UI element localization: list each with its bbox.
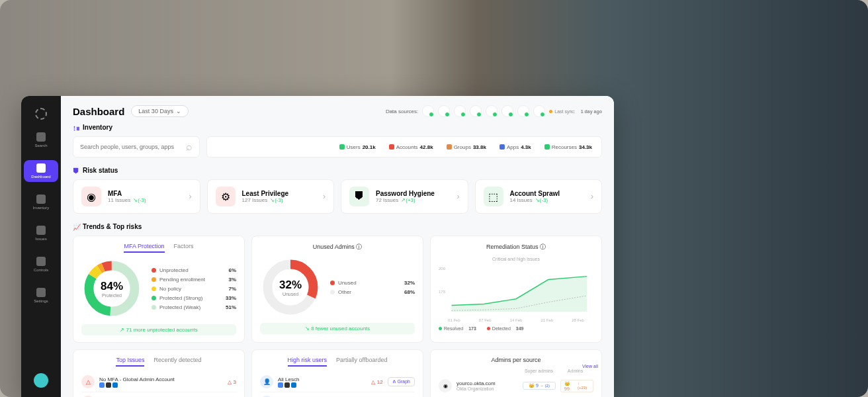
chevron-down-icon: ⌄ (176, 108, 181, 114)
tab-partially-offboarded[interactable]: Partially offboarded (336, 357, 387, 367)
trend-icon: 📈 (73, 224, 79, 230)
dashboard-window: Search Dashboard Inventory Issues Contro… (21, 96, 614, 397)
inventory-icon (36, 195, 46, 204)
page-title: Dashboard (73, 106, 124, 117)
super-admin-count: 👑 9 → (2) (523, 382, 556, 390)
stat-users: Users 20.1k (339, 144, 376, 150)
source-github-icon[interactable] (486, 105, 498, 117)
search-icon: ⌕ (186, 141, 193, 153)
issues-icon (36, 226, 46, 235)
user-avatar-icon: 👤 (260, 375, 273, 388)
risk-icon: ⬚ (484, 187, 503, 206)
dashboard-icon (36, 163, 46, 173)
risk-icon: ⚙ (216, 187, 236, 206)
stat-accounts: Accounts 42.8k (389, 144, 433, 150)
legend-item: Unprotected6% (152, 267, 236, 273)
tab-top-issues[interactable]: Top Issues (116, 357, 144, 367)
inventory-section-icon: ⫶≣ (73, 124, 79, 131)
chevron-right-icon: › (457, 192, 460, 201)
risk-icon: ⛊ (349, 187, 369, 206)
risk-card-password-hygiene[interactable]: ⛊Password Hygiene72 Issues↗(+3)› (341, 179, 468, 214)
data-sources: Data sources: Last sync: 1 day ago (386, 105, 602, 117)
sidebar-item-controls[interactable]: Controls (24, 253, 58, 275)
resolved-stat: Resolved 173 (439, 326, 476, 331)
admin-count: 👑 99 ↑ (+23) (560, 380, 593, 392)
top-issues-panel: Top IssuesRecently detected △No MFA - Gl… (73, 349, 245, 397)
source-snowflake-icon[interactable] (533, 105, 545, 117)
tab-high-risk-users[interactable]: High risk users (288, 357, 327, 367)
unused-banner: ↘ 8 fewer unused accounts (260, 323, 415, 334)
legend-item: Other68% (330, 289, 415, 295)
warning-icon: △ (81, 375, 95, 388)
remediation-chart: 200 175 (439, 267, 593, 313)
legend-item: Protected (Strong)33% (152, 295, 236, 301)
sidebar-item-inventory[interactable]: Inventory (24, 191, 58, 213)
mfa-protection-panel: MFA ProtectionFactors 84%Protected Unpro… (73, 236, 245, 343)
risk-card-least-privilege[interactable]: ⚙Least Privilege127 Issues↘(-3)› (207, 179, 335, 214)
stat-apps: Apps 4.3k (499, 144, 531, 150)
date-range-select[interactable]: Last 30 Days⌄ (131, 105, 189, 117)
main-content: Dashboard Last 30 Days⌄ Data sources: La… (61, 96, 614, 397)
graph-button[interactable]: ⋔ Graph (388, 377, 415, 386)
risk-section-title: ⛊Risk status (73, 167, 602, 174)
admin-source-row[interactable]: ◉yourco.okta.comOkta Organization👑 9 → (… (439, 376, 593, 396)
user-row[interactable]: 👤Joe John△ 11⋔ Graph (260, 392, 415, 397)
app-logo-icon (35, 108, 47, 120)
unused-admins-panel: Unused Admins ⓘ 32%Unused Unused32%Other… (251, 236, 423, 343)
high-risk-users-panel: High risk usersPartially offboarded 👤Ali… (251, 349, 423, 397)
legend-item: Unused32% (330, 280, 415, 286)
sidebar-item-dashboard[interactable]: Dashboard (24, 160, 58, 182)
tab-recently-detected[interactable]: Recently detected (153, 357, 201, 367)
chevron-right-icon: › (323, 192, 326, 201)
legend-item: No policy7% (152, 286, 236, 292)
unused-donut-chart: 32%Unused (260, 257, 321, 318)
sidebar-item-search[interactable]: Search (24, 129, 58, 151)
sidebar-item-issues[interactable]: Issues (24, 222, 58, 244)
mfa-banner: ↗ 71 more unprotected accounts (81, 324, 236, 335)
chevron-right-icon: › (591, 192, 593, 201)
inventory-section-title: ⫶≣Inventory (73, 124, 602, 131)
tab-factors[interactable]: Factors (174, 243, 194, 253)
risk-icon: ◉ (81, 187, 101, 206)
sidebar: Search Dashboard Inventory Issues Contro… (21, 96, 61, 397)
avatar[interactable] (34, 373, 48, 388)
sidebar-item-settings[interactable]: Settings (24, 285, 58, 306)
search-input[interactable] (80, 144, 186, 150)
issue-row[interactable]: △No MFA - Global Admin Account△ 3 (81, 372, 236, 392)
source-icon: ◉ (439, 379, 452, 392)
source-google-icon[interactable] (454, 105, 466, 117)
user-row[interactable]: 👤Ali Lesch△ 12⋔ Graph (260, 372, 415, 392)
search-box[interactable]: ⌕ (73, 136, 200, 157)
search-icon (36, 132, 46, 142)
shield-icon: ⛊ (73, 167, 79, 174)
stat-recourses: Recourses 34.3k (544, 144, 592, 150)
last-sync: Last sync: 1 day ago (549, 109, 602, 114)
source-okta-icon[interactable] (422, 105, 434, 117)
source-aws-icon[interactable] (470, 105, 482, 117)
risk-card-account-sprawl[interactable]: ⬚Account Sprawl14 Issues↘(-3)› (475, 179, 603, 214)
issue-row[interactable]: △Old Password, No MFA, Unused Admin△ 12 (81, 392, 236, 397)
detected-stat: Detected 349 (487, 326, 524, 331)
mfa-legend: Unprotected6%Pending enrollment3%No poli… (152, 267, 236, 310)
remediation-panel: Remediation Status ⓘ Critical and high i… (430, 236, 602, 343)
tab-mfa-protection[interactable]: MFA Protection (124, 243, 164, 253)
unused-legend: Unused32%Other68% (330, 280, 415, 295)
risk-card-mfa[interactable]: ◉MFA11 Issues↘(-3)› (73, 179, 200, 214)
source-azure-icon[interactable] (517, 105, 529, 117)
settings-icon (36, 288, 46, 297)
view-all-link[interactable]: View all (582, 364, 598, 369)
legend-item: Protected (Weak)51% (152, 304, 236, 310)
admins-per-source-panel: Admins per source Super adminsAdminsView… (430, 349, 602, 397)
chevron-right-icon: › (189, 192, 192, 201)
header: Dashboard Last 30 Days⌄ Data sources: La… (73, 105, 602, 117)
risk-cards-row: ◉MFA11 Issues↘(-3)›⚙Least Privilege127 I… (73, 179, 602, 214)
source-salesforce-icon[interactable] (501, 105, 513, 117)
source-microsoft-icon[interactable] (438, 105, 450, 117)
mfa-donut-chart: 84%Protected (81, 258, 142, 319)
controls-icon (36, 257, 46, 266)
legend-item: Pending enrollment3% (152, 277, 236, 283)
stat-groups: Groups 33.8k (447, 144, 486, 150)
trends-section-title: 📈Trends & Top risks (73, 223, 602, 230)
inventory-stats: Users 20.1kAccounts 42.8kGroups 33.8kApp… (206, 136, 602, 157)
